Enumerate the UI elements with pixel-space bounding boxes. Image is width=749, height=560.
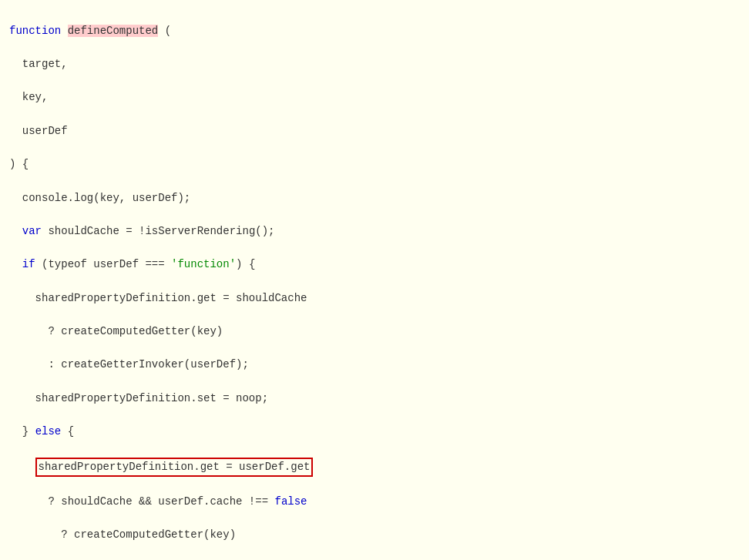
line-14: sharedPropertyDefinition.get = userDef.g… <box>9 458 740 478</box>
line-8: if (typeof userDef === 'function') { <box>9 257 740 273</box>
code-editor: function defineComputed ( target, key, u… <box>9 6 740 560</box>
function-name: defineComputed <box>68 25 159 37</box>
line-15: ? shouldCache && userDef.cache !== false <box>9 494 740 511</box>
line-4: userDef <box>9 123 740 140</box>
line-7: var shouldCache = !isServerRendering(); <box>9 223 740 240</box>
line-1: function defineComputed ( <box>9 23 740 40</box>
keyword-function: function <box>9 25 61 37</box>
line-2: target, <box>9 56 740 73</box>
line-9: sharedPropertyDefinition.get = shouldCac… <box>9 290 740 307</box>
line-13: } else { <box>9 424 740 441</box>
line-12: sharedPropertyDefinition.set = noop; <box>9 391 740 407</box>
line-3: key, <box>9 89 740 106</box>
line-11: : createGetterInvoker(userDef); <box>9 357 740 374</box>
line-5: ) { <box>9 156 740 173</box>
line-6: console.log(key, userDef); <box>9 190 740 207</box>
line-10: ? createComputedGetter(key) <box>9 324 740 340</box>
highlight-box-1: sharedPropertyDefinition.get = userDef.g… <box>35 458 314 478</box>
line-16: ? createComputedGetter(key) <box>9 527 740 544</box>
